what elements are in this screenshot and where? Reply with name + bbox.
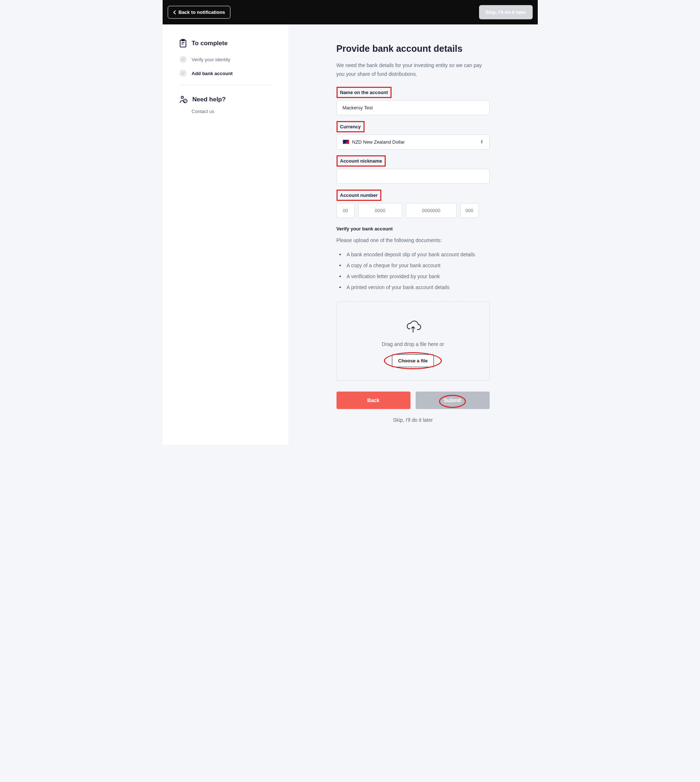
account-number-account[interactable] <box>406 203 457 218</box>
label-currency: Currency <box>338 122 363 131</box>
sidebar: To complete Verify your identity Add ban… <box>163 25 288 445</box>
step-label: Verify your identity <box>192 57 230 62</box>
svg-point-2 <box>181 96 183 98</box>
sidebar-divider <box>179 85 272 85</box>
list-item: A copy of a cheque for your bank account <box>337 260 490 271</box>
step-verify-identity[interactable]: Verify your identity <box>179 56 272 63</box>
currency-select[interactable]: NZD New Zealand Dollar ▲▼ <box>337 135 490 150</box>
currency-value: NZD New Zealand Dollar <box>352 139 405 145</box>
label-name-on-account: Name on the account <box>338 88 390 97</box>
chevron-left-icon <box>173 10 177 15</box>
document-list: A bank encoded deposit slip of your bank… <box>337 249 490 293</box>
list-item: A printed version of your bank account d… <box>337 282 490 293</box>
step-add-bank-account[interactable]: Add bank account <box>179 70 272 77</box>
svg-text:?: ? <box>184 100 185 102</box>
verify-subheading: Verify your bank account <box>337 226 490 232</box>
select-chevron-icon: ▲▼ <box>480 140 483 144</box>
account-number-branch[interactable] <box>358 203 402 218</box>
check-icon <box>179 56 187 63</box>
sidebar-heading-help: Need help? <box>192 96 226 103</box>
help-person-icon: ? <box>179 95 187 103</box>
clipboard-icon <box>179 39 187 48</box>
page-description: We need the bank details for your invest… <box>337 61 490 79</box>
account-number-bank[interactable] <box>337 203 355 218</box>
highlight-circle <box>439 395 466 408</box>
cloud-upload-icon <box>405 318 422 333</box>
sidebar-heading-complete: To complete <box>192 40 228 47</box>
upload-prompt: Please upload one of the following docum… <box>337 237 490 243</box>
nz-flag-icon <box>343 140 349 144</box>
submit-button[interactable]: Submit <box>416 392 490 409</box>
skip-top-button[interactable]: Skip, I'll do it later <box>479 5 533 19</box>
list-item: A verification letter provided by your b… <box>337 271 490 282</box>
name-on-account-input[interactable] <box>337 100 490 115</box>
check-icon <box>179 70 187 77</box>
back-to-notifications-button[interactable]: Back to notifications <box>168 6 231 18</box>
contact-us-link[interactable]: Contact us <box>192 108 272 114</box>
account-nickname-input[interactable] <box>337 169 490 184</box>
list-item: A bank encoded deposit slip of your bank… <box>337 249 490 260</box>
dropzone-text: Drag and drop a file here or <box>344 341 482 347</box>
main-content: Provide bank account details We need the… <box>288 25 538 445</box>
label-account-nickname: Account nickname <box>338 157 385 165</box>
skip-link[interactable]: Skip, I'll do it later <box>337 417 490 423</box>
back-button-label: Back to notifications <box>178 10 225 15</box>
file-dropzone[interactable]: Drag and drop a file here or Choose a fi… <box>337 302 490 380</box>
label-account-number: Account number <box>338 191 380 200</box>
step-label: Add bank account <box>192 71 233 76</box>
page-title: Provide bank account details <box>337 43 490 54</box>
choose-file-button[interactable]: Choose a file <box>392 354 434 367</box>
account-number-suffix[interactable] <box>460 203 479 218</box>
back-button[interactable]: Back <box>337 392 410 409</box>
